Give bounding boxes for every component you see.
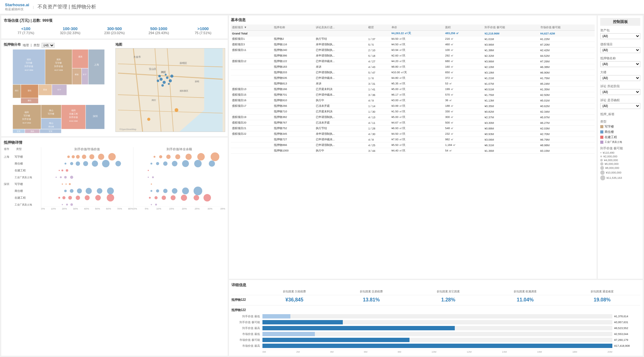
th-unit[interactable]: 单价 — [390, 25, 444, 31]
control-panel-title: 控制面板 — [600, 18, 640, 26]
svg-text:闵行: 闵行 — [152, 99, 156, 101]
bar-value-5: ¥17,418,908 — [612, 344, 640, 347]
table-row[interactable]: 债权项目15抵押物701已申请仲裁未...3 / 36¥6.17 ㎡/天570 … — [231, 92, 595, 98]
size-circle-2 — [600, 159, 603, 161]
grand-total-label: Grand Total — [231, 31, 315, 36]
size-label-0: ¥110,490 — [603, 151, 615, 154]
size-label-5: ¥10,000,000 — [606, 171, 621, 174]
bar-value-1: ¥3,957,631 — [612, 321, 640, 324]
range-lt100: <100 77 (7.71%) — [4, 25, 48, 36]
x2-0: 0% — [133, 207, 137, 210]
svg-point-103 — [65, 183, 67, 185]
svg-point-117 — [107, 194, 114, 201]
size-item-2: ¥4,000,000 — [600, 159, 640, 162]
table-row[interactable]: 债权项目19抵押物382已申请强制执...4 / 13¥5.00 ㎡/天300 … — [231, 115, 595, 120]
svg-point-152 — [203, 194, 211, 201]
x2-1: 5% — [145, 207, 149, 210]
map-placeholder[interactable]: 大金市 宝山区 崇明区 闵区 闵行 浦东新区 崇明 ©OpenStreetMap — [115, 48, 225, 132]
svg-marker-53 — [118, 48, 204, 132]
market-section: 市场估值 (万元) | 总数: 999项 <100 77 (7.71%) 100… — [1, 16, 228, 38]
th-debt-item[interactable]: 债权项目 ▼ — [231, 25, 273, 31]
th-area[interactable]: 面积 — [444, 25, 483, 31]
svg-rect-12 — [72, 68, 82, 84]
th-pledge-name[interactable]: 抵押名称 — [273, 25, 314, 31]
bar-value-3: ¥2,553,044 — [612, 332, 640, 336]
table-wrapper[interactable]: 债权项目 ▼ 抵押名称 诉讼及执行进... 楼层 单价 面积 到手价值 极可能 … — [231, 25, 595, 154]
range-label-4: >1000 — [182, 26, 224, 31]
bar-fill-0 — [262, 314, 290, 319]
svg-point-64 — [165, 74, 167, 75]
size-circle-4 — [600, 166, 604, 170]
svg-point-106 — [70, 189, 74, 193]
th-floor[interactable]: 楼层 — [367, 25, 390, 31]
filter-select-0[interactable]: (All) — [600, 33, 640, 39]
filter-label-3: 大楼 — [600, 70, 640, 75]
stat-value-2: 1.28% — [410, 297, 486, 303]
bar-row-5: 市场价值 最高 ¥17,418,908 — [231, 344, 640, 348]
svg-point-93 — [102, 160, 110, 167]
range-300-500: 300-500 230 (23.02%) — [92, 25, 137, 36]
brand-logo: Starhouse.ai — [5, 2, 29, 7]
table-row[interactable]: 抵押物813未诉3 / 31¥5.35 ㎡/天53 ㎡¥1.07M¥5.24M — [231, 81, 595, 87]
table-row[interactable]: 抵押物1000执行中3 / 44¥4.40 ㎡/天54 ㎡¥1.36M¥3.15… — [231, 148, 595, 154]
table-row[interactable]: 债权项目17抵押物266已冻未开庭1 / 14¥3.99 ㎡/天188 ㎡¥0.… — [231, 103, 595, 109]
filter-select-5[interactable]: (All) — [600, 103, 640, 109]
svg-point-62 — [166, 76, 168, 79]
table-row[interactable]: 债权项目12抵押物122已申请仲裁未...4 / 27¥4.20 ㎡/天680 … — [231, 59, 595, 64]
grand-total-market: ¥4,627.42M — [539, 31, 595, 36]
legend-color-office — [600, 125, 603, 128]
table-row[interactable]: 债权项目13抵押物166已开庭未利决1 / 41¥5.00 ㎡/天199 ㎡¥0… — [231, 87, 595, 92]
filter-select-1[interactable]: (All) — [600, 47, 640, 53]
market-title: 市场估值 (万元) | 总数: 999项 — [4, 18, 225, 23]
th-litigation[interactable]: 诉讼及执行进... — [315, 25, 367, 31]
legend-label-office: 写字楼 — [605, 124, 614, 129]
svg-text:长宁: 长宁 — [83, 73, 87, 75]
bar-row-1: 到手价值 极可能 ¥3,957,631 — [231, 320, 640, 324]
size-circle-5 — [600, 170, 605, 175]
table-row[interactable]: 债权项目22抵押物345未申请强制执...4 / 30¥4.50 ㎡/天232 … — [231, 131, 595, 137]
range-label-3: 500-1000 — [138, 26, 180, 31]
table-row[interactable]: 抵押物710已开庭未利决1 / 30¥1.50 ㎡/天330 ㎡¥0.82M¥2… — [231, 109, 595, 115]
table-row[interactable]: 抵押物183未诉4 / 43¥8.80 ㎡/天160 ㎡¥2.10M¥6.38M — [231, 64, 595, 70]
type-shenzhen-1: 写字楼 — [15, 182, 23, 186]
table-row[interactable]: 债权项目20抵押物767已冻未开庭4 / 11¥4.67 ㎡/天500 ㎡¥3.… — [231, 120, 595, 126]
table-row[interactable]: 抵押物866已申请强制执...4 / 25¥5.50 ㎡/天1,184 ㎡¥6.… — [231, 142, 595, 148]
dist-filter-select[interactable]: (All) — [42, 43, 55, 48]
table-row[interactable]: 债权项目21抵押物752执行节结1 / 28¥6.93 ㎡/天548 ㎡¥0.8… — [231, 126, 595, 131]
table-row[interactable]: 债权项目11抵押物240已申请强制执...2 / 10¥3.94 ㎡/天100 … — [231, 47, 595, 53]
svg-point-147 — [154, 196, 158, 199]
grand-total-empty1 — [315, 31, 367, 36]
svg-point-101 — [70, 176, 73, 179]
filter-select-3[interactable]: (All) — [600, 75, 640, 81]
x-axis-label-5: 50% — [95, 207, 100, 210]
th-hand-val[interactable]: 到手价值 极可能 — [483, 25, 539, 31]
svg-point-122 — [154, 156, 155, 158]
x2-5: 25% — [195, 207, 199, 210]
table-row[interactable]: 抵押物727已申请仲裁未...4 / 8¥7.93 ㎡/天982 ㎡¥3.06M… — [231, 137, 595, 142]
stat-value-3: 11.04% — [487, 297, 563, 303]
table-row[interactable]: 抵押物203已申请强制执...5 / 47¥10.00 ㎡/天650 ㎡¥3.1… — [231, 70, 595, 75]
th-market-val[interactable]: 市场价值 极可能 — [539, 25, 595, 31]
table-row[interactable]: 抵押物386未申请强制执...5 / 18¥2.60 ㎡/天292 ㎡¥2.32… — [231, 53, 595, 59]
xaxis-8: 16M — [537, 350, 542, 353]
table-row[interactable]: 债权项目1抵押物2执行节结1 / 37¥4.50 ㎡/天216 ㎡¥1.01M¥… — [231, 36, 595, 42]
dist-geo: 地理 — [23, 43, 29, 47]
table-row[interactable]: 债权项目3抵押物116未申请强制执...5 / 5¥4.50 ㎡/天460 ㎡¥… — [231, 42, 595, 47]
svg-point-132 — [172, 161, 177, 166]
svg-point-66 — [169, 79, 172, 82]
legend-item-construction: 在建工程 — [600, 135, 640, 139]
x-axis-label-3: 30% — [73, 207, 78, 210]
filter-select-4[interactable]: (All) — [600, 89, 640, 95]
filter-label-1: 债权项目 — [600, 42, 640, 47]
table-row[interactable]: 抵押物535已申请仲裁未...1 / 6¥4.80 ㎡/天372 ㎡¥1.21M… — [231, 75, 595, 81]
svg-text:南山: 南山 — [49, 109, 53, 111]
svg-point-124 — [166, 155, 171, 159]
svg-text:到手价值: 到手价值 — [22, 118, 31, 120]
filter-select-2[interactable]: (All) — [600, 61, 640, 67]
svg-point-104 — [69, 183, 71, 185]
svg-text:宝安: 宝安 — [49, 130, 52, 132]
table-row[interactable]: 债权项目16抵押物910执行中4 / 9¥3.00 ㎡/天36 ㎡¥1.13M¥… — [231, 98, 595, 103]
svg-point-105 — [64, 190, 67, 192]
svg-point-96 — [61, 169, 63, 171]
filter-label-0: 资产包 — [600, 28, 640, 33]
